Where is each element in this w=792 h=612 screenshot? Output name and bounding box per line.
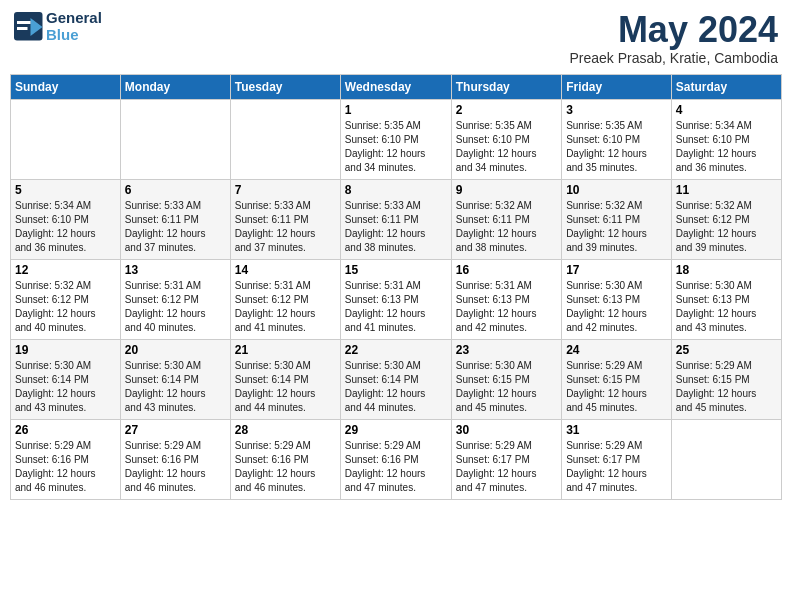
cell-info: Sunrise: 5:30 AM Sunset: 6:15 PM Dayligh… — [456, 359, 557, 415]
calendar-week-3: 12Sunrise: 5:32 AM Sunset: 6:12 PM Dayli… — [11, 259, 782, 339]
cell-info: Sunrise: 5:31 AM Sunset: 6:12 PM Dayligh… — [235, 279, 336, 335]
day-number: 16 — [456, 263, 557, 277]
day-number: 19 — [15, 343, 116, 357]
calendar-table: SundayMondayTuesdayWednesdayThursdayFrid… — [10, 74, 782, 500]
day-number: 9 — [456, 183, 557, 197]
cell-info: Sunrise: 5:35 AM Sunset: 6:10 PM Dayligh… — [566, 119, 667, 175]
title-area: May 2024 Preaek Prasab, Kratie, Cambodia — [569, 10, 778, 66]
calendar-cell: 14Sunrise: 5:31 AM Sunset: 6:12 PM Dayli… — [230, 259, 340, 339]
day-number: 2 — [456, 103, 557, 117]
calendar-cell: 16Sunrise: 5:31 AM Sunset: 6:13 PM Dayli… — [451, 259, 561, 339]
cell-info: Sunrise: 5:34 AM Sunset: 6:10 PM Dayligh… — [15, 199, 116, 255]
calendar-cell: 29Sunrise: 5:29 AM Sunset: 6:16 PM Dayli… — [340, 419, 451, 499]
month-title: May 2024 — [569, 10, 778, 50]
calendar-cell: 8Sunrise: 5:33 AM Sunset: 6:11 PM Daylig… — [340, 179, 451, 259]
logo: General Blue — [14, 10, 102, 43]
calendar-cell: 3Sunrise: 5:35 AM Sunset: 6:10 PM Daylig… — [562, 99, 672, 179]
calendar-cell: 28Sunrise: 5:29 AM Sunset: 6:16 PM Dayli… — [230, 419, 340, 499]
cell-info: Sunrise: 5:29 AM Sunset: 6:15 PM Dayligh… — [676, 359, 777, 415]
calendar-cell: 21Sunrise: 5:30 AM Sunset: 6:14 PM Dayli… — [230, 339, 340, 419]
calendar-cell — [671, 419, 781, 499]
day-number: 23 — [456, 343, 557, 357]
logo-line1: General — [46, 10, 102, 27]
cell-info: Sunrise: 5:29 AM Sunset: 6:16 PM Dayligh… — [235, 439, 336, 495]
calendar-cell: 25Sunrise: 5:29 AM Sunset: 6:15 PM Dayli… — [671, 339, 781, 419]
cell-info: Sunrise: 5:32 AM Sunset: 6:12 PM Dayligh… — [676, 199, 777, 255]
calendar-cell: 10Sunrise: 5:32 AM Sunset: 6:11 PM Dayli… — [562, 179, 672, 259]
day-number: 13 — [125, 263, 226, 277]
day-number: 31 — [566, 423, 667, 437]
calendar-cell: 26Sunrise: 5:29 AM Sunset: 6:16 PM Dayli… — [11, 419, 121, 499]
day-number: 20 — [125, 343, 226, 357]
calendar-cell: 4Sunrise: 5:34 AM Sunset: 6:10 PM Daylig… — [671, 99, 781, 179]
calendar-cell — [120, 99, 230, 179]
day-number: 11 — [676, 183, 777, 197]
day-number: 6 — [125, 183, 226, 197]
calendar-cell: 20Sunrise: 5:30 AM Sunset: 6:14 PM Dayli… — [120, 339, 230, 419]
calendar-cell: 27Sunrise: 5:29 AM Sunset: 6:16 PM Dayli… — [120, 419, 230, 499]
calendar-cell: 30Sunrise: 5:29 AM Sunset: 6:17 PM Dayli… — [451, 419, 561, 499]
day-number: 29 — [345, 423, 447, 437]
svg-rect-3 — [17, 27, 28, 30]
day-number: 3 — [566, 103, 667, 117]
calendar-week-5: 26Sunrise: 5:29 AM Sunset: 6:16 PM Dayli… — [11, 419, 782, 499]
calendar-cell: 19Sunrise: 5:30 AM Sunset: 6:14 PM Dayli… — [11, 339, 121, 419]
cell-info: Sunrise: 5:35 AM Sunset: 6:10 PM Dayligh… — [345, 119, 447, 175]
cell-info: Sunrise: 5:30 AM Sunset: 6:13 PM Dayligh… — [676, 279, 777, 335]
calendar-cell: 1Sunrise: 5:35 AM Sunset: 6:10 PM Daylig… — [340, 99, 451, 179]
cell-info: Sunrise: 5:32 AM Sunset: 6:11 PM Dayligh… — [456, 199, 557, 255]
calendar-cell: 7Sunrise: 5:33 AM Sunset: 6:11 PM Daylig… — [230, 179, 340, 259]
cell-info: Sunrise: 5:31 AM Sunset: 6:13 PM Dayligh… — [345, 279, 447, 335]
cell-info: Sunrise: 5:32 AM Sunset: 6:11 PM Dayligh… — [566, 199, 667, 255]
day-number: 12 — [15, 263, 116, 277]
cell-info: Sunrise: 5:29 AM Sunset: 6:16 PM Dayligh… — [345, 439, 447, 495]
weekday-header-monday: Monday — [120, 74, 230, 99]
cell-info: Sunrise: 5:29 AM Sunset: 6:15 PM Dayligh… — [566, 359, 667, 415]
page-header: General Blue May 2024 Preaek Prasab, Kra… — [10, 10, 782, 66]
calendar-week-2: 5Sunrise: 5:34 AM Sunset: 6:10 PM Daylig… — [11, 179, 782, 259]
calendar-cell: 15Sunrise: 5:31 AM Sunset: 6:13 PM Dayli… — [340, 259, 451, 339]
calendar-cell: 13Sunrise: 5:31 AM Sunset: 6:12 PM Dayli… — [120, 259, 230, 339]
day-number: 22 — [345, 343, 447, 357]
cell-info: Sunrise: 5:29 AM Sunset: 6:16 PM Dayligh… — [125, 439, 226, 495]
weekday-header-friday: Friday — [562, 74, 672, 99]
cell-info: Sunrise: 5:30 AM Sunset: 6:14 PM Dayligh… — [235, 359, 336, 415]
day-number: 7 — [235, 183, 336, 197]
weekday-header-tuesday: Tuesday — [230, 74, 340, 99]
day-number: 30 — [456, 423, 557, 437]
cell-info: Sunrise: 5:32 AM Sunset: 6:12 PM Dayligh… — [15, 279, 116, 335]
day-number: 18 — [676, 263, 777, 277]
day-number: 8 — [345, 183, 447, 197]
cell-info: Sunrise: 5:34 AM Sunset: 6:10 PM Dayligh… — [676, 119, 777, 175]
day-number: 21 — [235, 343, 336, 357]
calendar-cell: 17Sunrise: 5:30 AM Sunset: 6:13 PM Dayli… — [562, 259, 672, 339]
cell-info: Sunrise: 5:29 AM Sunset: 6:16 PM Dayligh… — [15, 439, 116, 495]
day-number: 24 — [566, 343, 667, 357]
logo-icon — [14, 12, 44, 42]
calendar-cell: 11Sunrise: 5:32 AM Sunset: 6:12 PM Dayli… — [671, 179, 781, 259]
weekday-header-saturday: Saturday — [671, 74, 781, 99]
calendar-cell: 5Sunrise: 5:34 AM Sunset: 6:10 PM Daylig… — [11, 179, 121, 259]
weekday-header-thursday: Thursday — [451, 74, 561, 99]
day-number: 17 — [566, 263, 667, 277]
day-number: 5 — [15, 183, 116, 197]
location: Preaek Prasab, Kratie, Cambodia — [569, 50, 778, 66]
calendar-cell: 31Sunrise: 5:29 AM Sunset: 6:17 PM Dayli… — [562, 419, 672, 499]
calendar-cell: 24Sunrise: 5:29 AM Sunset: 6:15 PM Dayli… — [562, 339, 672, 419]
day-number: 4 — [676, 103, 777, 117]
cell-info: Sunrise: 5:33 AM Sunset: 6:11 PM Dayligh… — [345, 199, 447, 255]
calendar-cell: 9Sunrise: 5:32 AM Sunset: 6:11 PM Daylig… — [451, 179, 561, 259]
calendar-cell — [11, 99, 121, 179]
calendar-cell: 6Sunrise: 5:33 AM Sunset: 6:11 PM Daylig… — [120, 179, 230, 259]
cell-info: Sunrise: 5:33 AM Sunset: 6:11 PM Dayligh… — [125, 199, 226, 255]
weekday-header-row: SundayMondayTuesdayWednesdayThursdayFrid… — [11, 74, 782, 99]
cell-info: Sunrise: 5:30 AM Sunset: 6:14 PM Dayligh… — [15, 359, 116, 415]
calendar-body: 1Sunrise: 5:35 AM Sunset: 6:10 PM Daylig… — [11, 99, 782, 499]
logo-line2: Blue — [46, 27, 102, 44]
cell-info: Sunrise: 5:30 AM Sunset: 6:13 PM Dayligh… — [566, 279, 667, 335]
day-number: 26 — [15, 423, 116, 437]
svg-rect-2 — [17, 21, 31, 24]
calendar-cell: 12Sunrise: 5:32 AM Sunset: 6:12 PM Dayli… — [11, 259, 121, 339]
cell-info: Sunrise: 5:33 AM Sunset: 6:11 PM Dayligh… — [235, 199, 336, 255]
day-number: 1 — [345, 103, 447, 117]
